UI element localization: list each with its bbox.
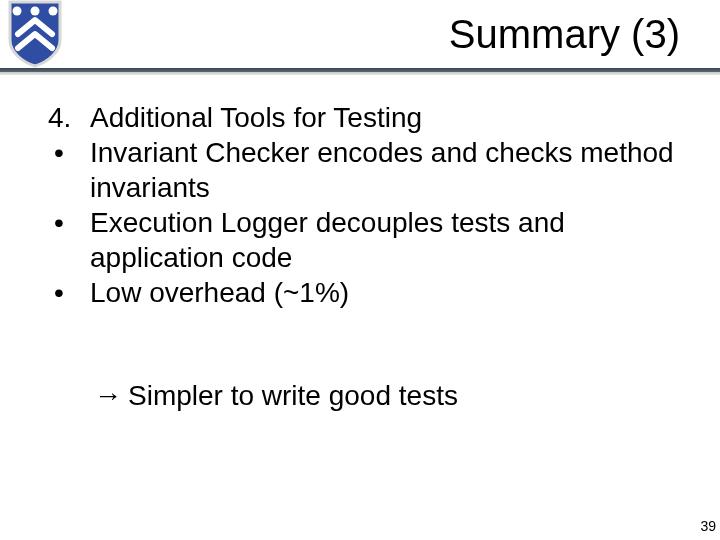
header-rule-light [0, 72, 720, 75]
slide-title: Summary (3) [449, 12, 680, 57]
content-area: 4. Additional Tools for Testing • Invari… [48, 100, 678, 310]
bullet-glyph: • [48, 135, 90, 170]
header: Summary (3) [0, 0, 720, 72]
svg-point-2 [49, 7, 58, 16]
bullet-row: • Low overhead (~1%) [48, 275, 678, 310]
bullet-glyph: • [48, 275, 90, 310]
bullet-glyph: • [48, 205, 90, 240]
arrow-icon: → [94, 380, 122, 412]
bullet-row: • Invariant Checker encodes and checks m… [48, 135, 678, 205]
svg-point-0 [13, 7, 22, 16]
bullet-text: Low overhead (~1%) [90, 275, 678, 310]
shield-logo-icon [6, 0, 64, 68]
page-number: 39 [700, 518, 716, 534]
bullet-text: Execution Logger decouples tests and app… [90, 205, 678, 275]
slide: Summary (3) 4. Additional Tools for Test… [0, 0, 720, 540]
svg-point-1 [31, 7, 40, 16]
bullet-text: Invariant Checker encodes and checks met… [90, 135, 678, 205]
conclusion-line: → Simpler to write good tests [94, 380, 458, 412]
section-heading-text: Additional Tools for Testing [90, 100, 678, 135]
conclusion-text: Simpler to write good tests [128, 380, 458, 412]
bullet-row: • Execution Logger decouples tests and a… [48, 205, 678, 275]
section-number: 4. [48, 100, 90, 135]
section-heading-row: 4. Additional Tools for Testing [48, 100, 678, 135]
